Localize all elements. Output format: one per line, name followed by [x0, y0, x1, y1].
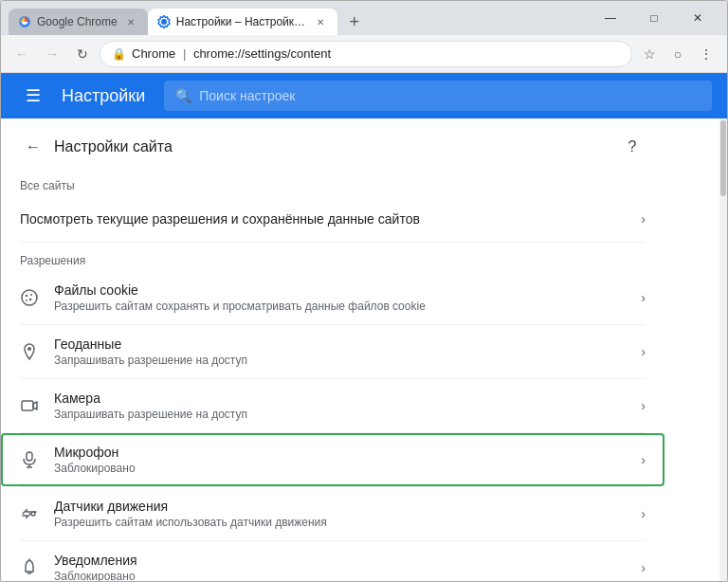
view-permissions-item[interactable]: Посмотреть текущие разрешения и сохранён… — [1, 196, 664, 242]
notifications-subtitle: Заблокировано — [54, 570, 626, 581]
geodata-icon — [20, 342, 39, 361]
svg-point-7 — [26, 300, 27, 301]
url-separator: | — [183, 46, 186, 61]
svg-point-5 — [30, 294, 32, 296]
svg-marker-10 — [33, 402, 37, 409]
title-bar: Google Chrome ✕ Настройки – Настройки са… — [1, 1, 727, 35]
browser-window: Google Chrome ✕ Настройки – Настройки са… — [0, 0, 728, 582]
page-header-left: ← Настройки сайта — [20, 134, 173, 160]
geodata-arrow: › — [641, 344, 646, 359]
content-area: ← Настройки сайта ? Все сайты Посмотреть… — [1, 118, 719, 581]
svg-rect-11 — [27, 452, 32, 461]
motion-subtitle: Разрешить сайтам использовать датчики дв… — [54, 516, 626, 529]
motion-icon — [20, 504, 39, 523]
settings-search-box[interactable]: 🔍 Поиск настроек — [164, 81, 712, 111]
cookies-item[interactable]: Файлы cookie Разрешить сайтам сохранять … — [1, 271, 664, 324]
settings-header-title: Настройки — [62, 86, 145, 106]
tab-close-settings[interactable]: ✕ — [313, 14, 328, 29]
geodata-item[interactable]: Геоданные Запрашивать разрешение на дост… — [1, 325, 664, 378]
search-icon: 🔍 — [175, 88, 191, 103]
bookmark-button[interactable]: ☆ — [636, 41, 663, 67]
close-button[interactable]: ✕ — [676, 1, 719, 35]
camera-title: Камера — [54, 391, 626, 406]
all-sites-label: Все сайты — [1, 168, 664, 196]
notifications-title: Уведомления — [54, 553, 626, 568]
camera-arrow: › — [641, 398, 646, 413]
view-permissions-arrow: › — [641, 211, 646, 227]
window-controls: — □ ✕ — [581, 1, 727, 35]
microphone-arrow: › — [641, 452, 646, 467]
motion-title: Датчики движения — [54, 499, 626, 514]
chrome-header: ☰ Настройки 🔍 Поиск настроек — [1, 73, 727, 118]
microphone-title: Микрофон — [54, 445, 626, 460]
page-back-button[interactable]: ← — [20, 134, 46, 160]
maximize-button[interactable]: □ — [632, 1, 676, 35]
address-input[interactable]: 🔒 Chrome | chrome://settings/content — [100, 41, 632, 67]
page-header: ← Настройки сайта ? — [1, 118, 664, 168]
settings-favicon — [157, 15, 171, 28]
forward-button[interactable]: → — [39, 41, 65, 67]
tab-title-chrome: Google Chrome — [37, 15, 118, 28]
menu-button[interactable]: ⋮ — [693, 41, 719, 67]
view-permissions-text: Посмотреть текущие разрешения и сохранён… — [20, 211, 641, 227]
svg-point-6 — [29, 299, 32, 301]
geodata-subtitle: Запрашивать разрешение на доступ — [54, 354, 626, 367]
cookies-icon — [20, 288, 39, 307]
profile-button[interactable]: ○ — [664, 41, 691, 67]
hamburger-icon: ☰ — [26, 85, 41, 106]
url-scheme: Chrome — [132, 46, 175, 61]
motion-content: Датчики движения Разрешить сайтам исполь… — [54, 499, 626, 529]
svg-point-14 — [31, 512, 35, 516]
notifications-item[interactable]: Уведомления Заблокировано › — [1, 541, 664, 581]
permissions-label: Разрешения — [1, 243, 664, 271]
svg-rect-9 — [22, 401, 33, 410]
camera-subtitle: Запрашивать разрешение на доступ — [54, 408, 626, 421]
notifications-arrow: › — [641, 560, 646, 575]
help-button[interactable]: ? — [619, 134, 646, 160]
tab-close-chrome[interactable]: ✕ — [123, 14, 138, 29]
page-title: Настройки сайта — [54, 138, 173, 155]
cookies-subtitle: Разрешить сайтам сохранять и просматрива… — [54, 300, 626, 313]
address-prefix: Chrome | chrome://settings/content — [132, 46, 620, 61]
lock-icon: 🔒 — [112, 47, 126, 61]
scrollbar[interactable] — [719, 118, 727, 581]
settings-page: ← Настройки сайта ? Все сайты Посмотреть… — [1, 118, 664, 581]
cookies-content: Файлы cookie Разрешить сайтам сохранять … — [54, 282, 626, 313]
hamburger-menu-button[interactable]: ☰ — [16, 79, 50, 113]
camera-icon — [20, 396, 39, 415]
microphone-icon — [20, 450, 39, 469]
cookies-arrow: › — [641, 290, 646, 305]
main-content: ← Настройки сайта ? Все сайты Посмотреть… — [1, 118, 727, 581]
reload-button[interactable]: ↻ — [69, 41, 96, 67]
microphone-item[interactable]: Микрофон Заблокировано › — [1, 433, 664, 486]
address-bar: ← → ↻ 🔒 Chrome | chrome://settings/conte… — [1, 35, 727, 73]
geodata-title: Геоданные — [54, 336, 626, 352]
svg-point-3 — [22, 290, 37, 305]
motion-item[interactable]: Датчики движения Разрешить сайтам исполь… — [1, 487, 664, 540]
camera-item[interactable]: Камера Запрашивать разрешение на доступ … — [1, 379, 664, 432]
svg-point-2 — [161, 19, 167, 25]
microphone-subtitle: Заблокировано — [54, 462, 626, 475]
tabs-area: Google Chrome ✕ Настройки – Настройки са… — [1, 3, 581, 35]
notifications-icon — [20, 558, 39, 577]
tab-title-settings: Настройки – Настройки сайта — [176, 15, 307, 28]
motion-arrow: › — [641, 506, 646, 521]
new-tab-button[interactable]: + — [341, 9, 368, 35]
minimize-button[interactable]: — — [589, 1, 632, 35]
cookies-title: Файлы cookie — [54, 282, 626, 298]
search-placeholder-text: Поиск настроек — [199, 88, 295, 103]
svg-point-8 — [27, 347, 31, 351]
camera-content: Камера Запрашивать разрешение на доступ — [54, 391, 626, 421]
url-path: chrome://settings/content — [193, 46, 331, 61]
tab-google-chrome[interactable]: Google Chrome ✕ — [9, 9, 148, 35]
chrome-favicon — [18, 15, 31, 28]
svg-point-4 — [26, 295, 27, 297]
geodata-content: Геоданные Запрашивать разрешение на дост… — [54, 336, 626, 367]
back-button[interactable]: ← — [9, 41, 35, 67]
microphone-content: Микрофон Заблокировано — [54, 445, 626, 475]
notifications-content: Уведомления Заблокировано — [54, 553, 626, 581]
tab-settings[interactable]: Настройки – Настройки сайта ✕ — [148, 9, 337, 35]
address-actions: ☆ ○ ⋮ — [636, 41, 719, 67]
scrollbar-thumb[interactable] — [720, 120, 726, 196]
